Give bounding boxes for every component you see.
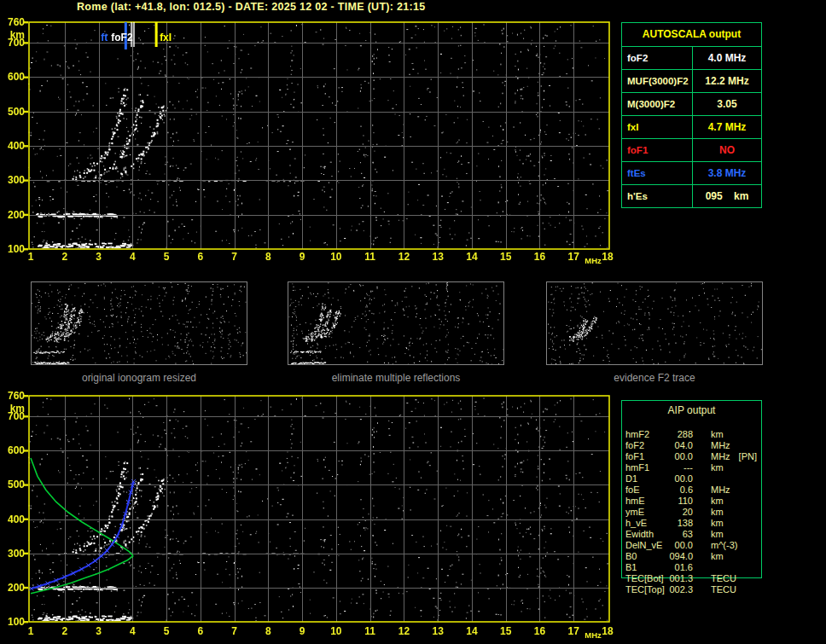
x-axis-tick-label: 4 [122,251,143,263]
x-axis-tick-label: 10 [326,251,346,263]
x-axis-tick-label: 12 [393,625,414,637]
y-axis-tick-label: 500 [0,479,25,490]
parameter-unit: km [711,429,724,440]
x-axis-tick-label: 1 [20,625,41,637]
aip-table-row: foF204.0MHz [625,440,760,451]
station-date-title: Rome (lat: +41.8, lon: 012.5) - DATE: 20… [77,1,426,13]
aip-table-rows: hmF2288kmfoF204.0MHzfoF100.0MHz[PN]hmF1-… [625,429,760,595]
parameter-unit: km [711,529,724,540]
x-axis-tick-label: 7 [224,251,245,263]
thumbnail-evidence-f2-canvas [547,282,762,364]
parameter-label: M(3000)F2 [622,93,693,115]
x-axis-tick-label: 1 [20,251,41,263]
parameter-unit: km [711,551,724,562]
x-axis-tick-label: 16 [529,251,550,263]
autoscala-table: AUTOSCALA output foF24.0 MHzMUF(3000)F21… [621,22,762,208]
parameter-value: 4.0 MHz [693,47,761,69]
x-axis-tick-label: 14 [462,625,482,637]
x-axis-tick-label: 3 [89,625,109,637]
parameter-label: Ewidth [625,529,665,540]
x-axis-tick-label: 17 [563,251,584,263]
y-axis-tick-label: 400 [0,513,25,525]
x-axis-tick-label: 12 [393,251,414,263]
parameter-value: 4.7 MHz [693,116,761,138]
parameter-label: TEC[Top] [625,584,665,595]
parameter-value: 00.0 [665,540,693,551]
parameter-unit: MHz [711,451,730,462]
parameter-value: 3.8 MHz [693,162,761,184]
parameter-label: B0 [625,551,665,562]
x-axis-unit-label: MHz [585,630,602,640]
aip-table-row: D100.0 [625,473,760,484]
parameter-label: hmF1 [625,462,665,473]
y-axis-tick-label: 200 [0,209,25,221]
thumbnail-original-ionogram [31,281,247,365]
y-axis-tick-label: 400 [0,140,25,152]
x-axis-tick-label: 17 [563,625,584,637]
x-axis-tick-label: 3 [89,251,109,263]
autoscala-table-row: fxI4.7 MHz [622,115,761,138]
parameter-unit: MHz [711,484,730,496]
parameter-label: foF1 [622,139,693,161]
aip-table-row: foF100.0MHz[PN] [625,451,760,462]
x-axis-tick-label: 9 [292,251,312,263]
thumbnail-caption: original ionogram resized [31,372,247,384]
y-axis-tick-label: 600 [0,71,25,83]
x-axis-tick-label: 15 [496,625,516,637]
parameter-label: foE [625,484,665,496]
parameter-value: 63 [665,529,693,540]
y-axis-tick-label: 200 [0,582,25,594]
parameter-label: MUF(3000)F2 [622,70,693,92]
parameter-value: 00.0 [665,473,693,484]
top-ionogram-canvas [24,17,616,254]
autoscala-table-header: AUTOSCALA output [622,23,761,46]
fof2-marker-label: foF2 [111,32,132,44]
aip-table-row: B0094.0km [625,551,760,562]
parameter-note: [PN] [739,451,757,462]
parameter-value: 3.05 [693,93,761,115]
x-axis-tick-label: 8 [258,251,278,263]
parameter-unit: km [711,518,724,529]
thumbnail-caption: evidence F2 trace [546,372,763,384]
parameter-value: 001.3 [665,573,693,584]
parameter-unit: km [711,496,724,507]
parameter-unit: MHz [711,440,730,451]
parameter-label: hmF2 [625,429,665,440]
parameter-unit: km [711,507,724,518]
aip-table-row: Ewidth63km [625,529,760,540]
parameter-value: 04.0 [665,440,693,451]
autoscala-table-row: MUF(3000)F212.2 MHz [622,69,761,92]
autoscala-table-row: M(3000)F23.05 [622,92,761,115]
y-axis-unit-label: km [0,29,25,41]
parameter-value: 0.6 [665,484,693,496]
parameter-label: h'Es [622,185,693,207]
autoscala-table-row: foF1NO [622,138,761,161]
autoscala-output-screen: Rome (lat: +41.8, lon: 012.5) - DATE: 20… [0,0,826,644]
parameter-value: 20 [665,507,693,518]
parameter-value: 12.2 MHz [693,70,761,92]
x-axis-tick-label: 9 [292,625,312,637]
x-axis-tick-label: 2 [55,625,75,637]
parameter-value: 288 [665,429,693,440]
thumbnail-eliminate-reflections [288,281,504,365]
y-axis-tick-label: 760 [0,390,25,402]
autoscala-table-row: h'Es095 km [622,184,761,207]
ftes-marker-label: ft [101,32,108,44]
aip-table-header: AIP output [621,404,762,416]
aip-table-row: hmE110km [625,496,760,507]
thumbnail-caption: eliminate multiple reflections [288,372,504,384]
parameter-label: foF2 [622,47,693,69]
parameter-value: 00.0 [665,451,693,462]
x-axis-tick-label: 5 [156,251,177,263]
parameter-label: B1 [625,562,665,573]
parameter-value: 094.0 [665,551,693,562]
bottom-ionogram-canvas [24,391,616,628]
aip-table-row: B101.6 [625,562,760,573]
x-axis-tick-label: 4 [122,625,143,637]
x-axis-tick-label: 5 [156,625,177,637]
parameter-label: foF1 [625,451,665,462]
x-axis-tick-label: 7 [224,625,245,637]
x-axis-tick-label: 11 [360,251,381,263]
parameter-unit: TECU [711,573,736,584]
parameter-label: h_vE [625,518,665,529]
